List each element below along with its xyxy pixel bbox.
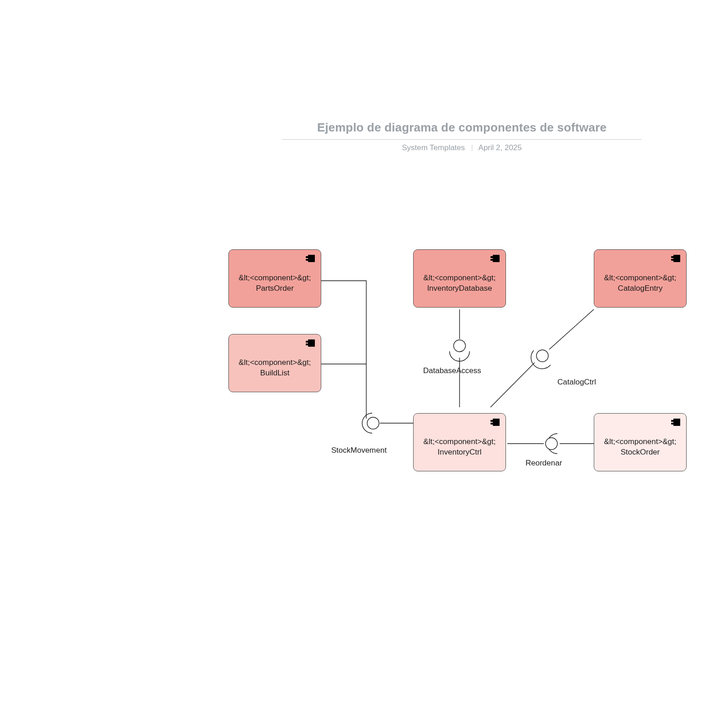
component-inventory-database[interactable]: &lt;<component>&gt; InventoryDatabase xyxy=(413,249,506,308)
diagram-date: April 2, 2025 xyxy=(478,143,521,152)
svg-rect-7 xyxy=(308,339,315,347)
component-stereotype: &lt;<component>&gt; xyxy=(604,437,677,447)
component-inventory-ctrl[interactable]: &lt;<component>&gt; InventoryCtrl xyxy=(413,413,506,471)
diagram-header: Ejemplo de diagrama de componentes de so… xyxy=(282,121,642,152)
component-stereotype: &lt;<component>&gt; xyxy=(604,273,677,283)
svg-rect-18 xyxy=(490,423,494,425)
diagram-canvas: Ejemplo de diagrama de componentes de so… xyxy=(0,0,728,728)
svg-point-2 xyxy=(536,350,548,362)
component-build-list[interactable]: &lt;<component>&gt; BuildList xyxy=(228,334,321,392)
svg-point-3 xyxy=(546,438,557,450)
svg-rect-19 xyxy=(673,419,680,426)
component-stock-order[interactable]: &lt;<component>&gt; StockOrder xyxy=(594,413,687,471)
diagram-title: Ejemplo de diagrama de componentes de so… xyxy=(282,121,642,135)
component-icon xyxy=(490,418,500,430)
component-catalog-entry[interactable]: &lt;<component>&gt; CatalogEntry xyxy=(594,249,687,308)
svg-rect-20 xyxy=(671,420,675,422)
diagram-meta: System Templates April 2, 2025 xyxy=(282,143,642,152)
component-stereotype: &lt;<component>&gt; xyxy=(239,273,311,283)
svg-rect-4 xyxy=(308,255,315,262)
svg-rect-14 xyxy=(671,256,675,258)
svg-rect-21 xyxy=(671,423,675,425)
component-name: PartsOrder xyxy=(256,283,293,294)
svg-rect-17 xyxy=(490,420,494,422)
component-stereotype: &lt;<component>&gt; xyxy=(424,437,496,447)
component-stereotype: &lt;<component>&gt; xyxy=(239,358,311,368)
svg-rect-6 xyxy=(306,259,309,261)
component-name: BuildList xyxy=(260,368,289,379)
component-name: StockOrder xyxy=(621,447,660,458)
component-parts-order[interactable]: &lt;<component>&gt; PartsOrder xyxy=(228,249,321,308)
component-icon xyxy=(671,418,681,430)
component-icon xyxy=(671,254,681,266)
connectors-layer xyxy=(0,0,728,728)
svg-rect-12 xyxy=(490,259,494,261)
component-stereotype: &lt;<component>&gt; xyxy=(424,273,496,283)
component-name: InventoryCtrl xyxy=(438,447,481,458)
svg-point-1 xyxy=(454,340,465,352)
connector-label-database-access: DatabaseAccess xyxy=(423,366,481,375)
svg-rect-13 xyxy=(673,255,680,262)
component-name: CatalogEntry xyxy=(618,283,662,294)
svg-rect-16 xyxy=(493,419,500,426)
svg-rect-15 xyxy=(671,259,675,261)
svg-rect-9 xyxy=(306,344,309,345)
diagram-author: System Templates xyxy=(402,143,465,152)
component-icon xyxy=(305,339,315,350)
connector-label-reorder: Reordenar xyxy=(526,459,562,468)
component-icon xyxy=(490,254,500,266)
svg-rect-11 xyxy=(490,256,494,258)
connector-label-catalog-ctrl: CatalogCtrl xyxy=(557,378,596,387)
svg-point-0 xyxy=(367,417,379,429)
component-name: InventoryDatabase xyxy=(427,283,492,294)
connector-label-stock-movement: StockMovement xyxy=(331,446,387,455)
svg-rect-8 xyxy=(306,341,309,343)
title-divider xyxy=(282,139,642,140)
svg-rect-5 xyxy=(306,256,309,258)
component-icon xyxy=(305,254,315,266)
meta-separator xyxy=(472,145,472,151)
svg-rect-10 xyxy=(493,255,500,262)
